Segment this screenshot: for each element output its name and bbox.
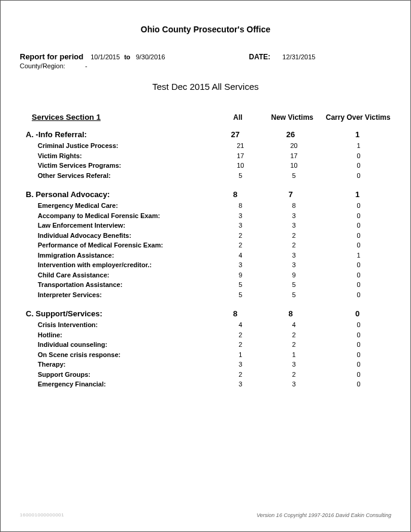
- item-all: 5: [218, 290, 263, 300]
- item-new: 2: [263, 370, 325, 380]
- category-row: C. Support/Services:880: [26, 309, 392, 318]
- col-header-all: All: [215, 113, 261, 122]
- table-row: Performance of Medical Forensic Exam:220: [26, 240, 392, 250]
- item-all: 8: [218, 201, 263, 211]
- table-row: Other Services Referal:550: [26, 171, 392, 181]
- table-row: Hotline:220: [26, 330, 392, 340]
- item-label: Accompany to Medical Forensic Exam:: [26, 211, 218, 221]
- item-carry: 0: [325, 240, 392, 250]
- item-all: 4: [218, 320, 263, 330]
- item-new: 5: [263, 290, 325, 300]
- period-row: Report for period 10/1/2015 to 9/30/2016…: [20, 52, 391, 61]
- item-all: 1: [218, 350, 263, 360]
- item-all: 9: [218, 270, 263, 280]
- item-all: 3: [218, 260, 263, 270]
- item-carry: 0: [325, 330, 392, 340]
- item-new: 3: [263, 250, 325, 261]
- org-title: Ohio County Prosecutor's Office: [20, 25, 391, 34]
- table-row: Support Groups:220: [26, 370, 392, 380]
- item-new: 17: [263, 151, 325, 161]
- table-row: Intervention with employer/creditor.:330: [26, 260, 392, 270]
- item-carry: 0: [325, 290, 392, 300]
- col-header-new: New Victims: [261, 113, 324, 122]
- item-new: 3: [263, 359, 325, 370]
- category-carry: 1: [322, 190, 392, 199]
- item-carry: 0: [325, 161, 392, 171]
- item-label: Performance of Medical Forensic Exam:: [26, 240, 218, 250]
- item-new: 10: [263, 161, 325, 171]
- item-label: Emergency Medical Care:: [26, 201, 218, 211]
- table-row: On Scene crisis response:110: [26, 350, 392, 360]
- item-carry: 0: [325, 370, 392, 380]
- item-carry: 0: [325, 350, 392, 360]
- item-label: Crisis Intervention:: [26, 320, 218, 330]
- item-all: 5: [218, 171, 263, 181]
- category-title: B. Personal Advocacy:: [26, 190, 212, 199]
- item-carry: 0: [325, 270, 392, 280]
- item-carry: 1: [325, 141, 392, 151]
- item-label: Law Enforcement Interview:: [26, 220, 218, 231]
- item-all: 3: [218, 359, 263, 370]
- item-new: 2: [263, 340, 325, 350]
- category-title: C. Support/Services:: [26, 309, 212, 318]
- county-value: -: [85, 62, 87, 69]
- item-label: Immigration Assistance:: [26, 250, 218, 261]
- category-all: 27: [212, 130, 259, 139]
- item-carry: 0: [325, 151, 392, 161]
- item-all: 10: [218, 161, 263, 171]
- item-carry: 0: [325, 220, 392, 231]
- table-row: Immigration Assistance:431: [26, 250, 392, 261]
- period-dates: 10/1/2015 to 9/30/2016: [90, 53, 165, 61]
- footer-right: Version 16 Copyright 1997-2016 David Eak…: [256, 512, 391, 518]
- item-carry: 0: [325, 340, 392, 350]
- category-all: 8: [212, 190, 259, 199]
- item-carry: 0: [325, 359, 392, 370]
- col-header-section: Services Section 1: [26, 113, 215, 122]
- services-table: Services Section 1 All New Victims Carry…: [26, 113, 392, 389]
- item-label: Emergency Financial:: [26, 379, 218, 389]
- item-new: 3: [263, 220, 325, 231]
- item-all: 2: [218, 231, 263, 241]
- item-new: 2: [263, 240, 325, 250]
- table-row: Victim Services Programs:10100: [26, 161, 392, 171]
- table-row: Emergency Medical Care:880: [26, 201, 392, 211]
- item-new: 3: [263, 379, 325, 389]
- item-carry: 0: [325, 171, 392, 181]
- category-new: 26: [259, 130, 323, 139]
- item-all: 2: [218, 370, 263, 380]
- item-label: On Scene crisis response:: [26, 350, 218, 360]
- table-row: Emergency Financial:330: [26, 379, 392, 389]
- item-carry: 0: [325, 211, 392, 221]
- table-row: Law Enforcement Interview:330: [26, 220, 392, 231]
- item-new: 5: [263, 171, 325, 181]
- period-label: Report for period: [20, 52, 83, 61]
- item-label: Criminal Justice Process:: [26, 141, 218, 151]
- table-row: Interpreter Services:550: [26, 290, 392, 300]
- item-carry: 1: [325, 250, 392, 261]
- item-all: 5: [218, 280, 263, 290]
- table-row: Crisis Intervention:440: [26, 320, 392, 330]
- category-row: B. Personal Advocacy:871: [26, 190, 392, 199]
- item-carry: 0: [325, 201, 392, 211]
- item-new: 2: [263, 330, 325, 340]
- item-all: 21: [218, 141, 263, 151]
- category-new: 8: [259, 309, 323, 318]
- item-label: Hotline:: [26, 330, 218, 340]
- report-page: Ohio County Prosecutor's Office Report f…: [0, 0, 411, 532]
- item-all: 2: [218, 240, 263, 250]
- item-all: 3: [218, 220, 263, 231]
- table-row: Individual counseling:220: [26, 340, 392, 350]
- item-label: Support Groups:: [26, 370, 218, 380]
- item-new: 3: [263, 260, 325, 270]
- item-new: 20: [263, 141, 325, 151]
- category-carry: 0: [322, 309, 392, 318]
- category-carry: 1: [322, 130, 392, 139]
- table-row: Accompany to Medical Forensic Exam:330: [26, 211, 392, 221]
- date-value: 12/31/2015: [282, 53, 315, 61]
- table-row: Transportation Assistance:550: [26, 280, 392, 290]
- item-label: Victim Services Programs:: [26, 161, 218, 171]
- item-label: Child Care Assistance:: [26, 270, 218, 280]
- footer: 160001000000001 Version 16 Copyright 199…: [20, 512, 391, 518]
- item-all: 17: [218, 151, 263, 161]
- item-label: Intervention with employer/creditor.:: [26, 260, 218, 270]
